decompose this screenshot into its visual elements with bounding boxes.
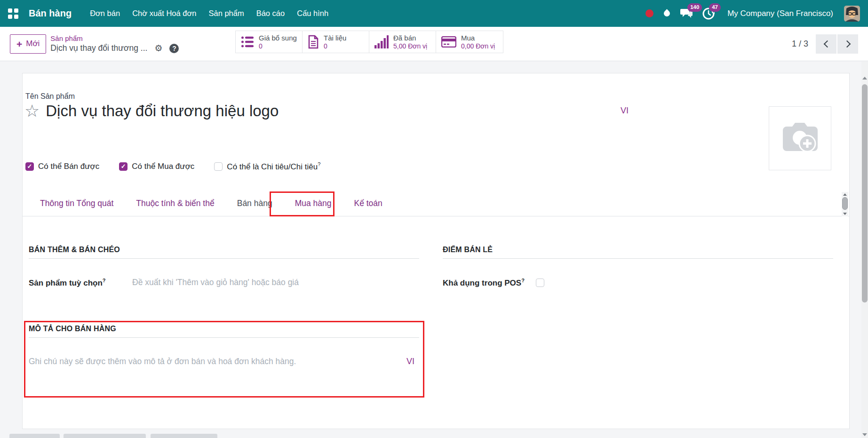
- document-icon: [308, 35, 319, 49]
- sales-description-input[interactable]: Ghi chú này sẽ được thêm vào mô tả ở đơn…: [29, 357, 296, 366]
- title-language-badge[interactable]: VI: [621, 106, 629, 116]
- scroll-thumb[interactable]: [862, 84, 868, 303]
- checkbox-can-be-expensed[interactable]: Có thể là Chi tiêu/Chi tiêu?: [214, 161, 320, 172]
- stat-button-group: Giá bổ sung 0 Tài liệu 0: [235, 31, 503, 53]
- tab-sales[interactable]: Bán hàng: [229, 191, 280, 216]
- tab-accounting[interactable]: Kế toán: [346, 191, 390, 216]
- chatter-button-stub[interactable]: [9, 434, 60, 438]
- sales-description-section: MÔ TẢ CHO BÁN HÀNG Ghi chú này sẽ được t…: [29, 325, 419, 366]
- droplet-icon[interactable]: [662, 9, 671, 17]
- stat-button-documents[interactable]: Tài liệu 0: [303, 31, 369, 53]
- description-section-title: MÔ TẢ CHO BÁN HÀNG: [29, 325, 419, 338]
- nav-item-configuration[interactable]: Cấu hình: [291, 0, 334, 27]
- list-icon: [241, 36, 254, 48]
- pager-prev-button[interactable]: [816, 34, 836, 54]
- nav-item-to-invoice[interactable]: Chờ xuất Hoá đơn: [126, 0, 202, 27]
- nav-item-sale-orders[interactable]: Đơn bán: [84, 0, 126, 27]
- optional-products-input[interactable]: Đề xuất khi 'Thêm vào giỏ hàng' hoặc báo…: [132, 278, 299, 287]
- available-in-pos-label: Khả dụng trong POS?: [443, 278, 525, 288]
- tab-general-information[interactable]: Thông tin Tổng quát: [32, 191, 121, 216]
- main-menu: Đơn bán Chờ xuất Hoá đơn Sản phẩm Báo cá…: [84, 0, 334, 27]
- plus-icon: +: [16, 39, 22, 49]
- chatter-button-stub[interactable]: [64, 434, 146, 438]
- product-name-input[interactable]: Dịch vụ thay đổi thương hiệu logo: [46, 102, 279, 120]
- top-navbar: Bán hàng Đơn bán Chờ xuất Hoá đơn Sản ph…: [0, 0, 868, 27]
- stat-button-extra-prices[interactable]: Giá bổ sung 0: [236, 31, 303, 53]
- camera-plus-icon: [781, 122, 820, 155]
- checkbox-can-be-sold[interactable]: ✓ Có thể Bán được: [25, 162, 99, 171]
- chevron-right-icon: [843, 40, 851, 48]
- scroll-down-arrow-icon[interactable]: [843, 213, 847, 215]
- recording-dot-icon: [645, 9, 653, 17]
- control-panel: + Mới Sản phẩm Dịch vụ thay đổi thương .…: [0, 27, 868, 61]
- app-title[interactable]: Bán hàng: [29, 8, 72, 19]
- activities-menu-button[interactable]: 47: [702, 7, 715, 20]
- breadcrumb-parent[interactable]: Sản phẩm: [50, 34, 179, 42]
- gear-icon[interactable]: ⚙: [154, 44, 162, 53]
- breadcrumb-current: Dịch vụ thay đổi thương ...: [50, 43, 147, 53]
- description-language-badge[interactable]: VI: [406, 357, 414, 366]
- scroll-up-arrow-icon[interactable]: [862, 77, 867, 80]
- form-view-area: Tên Sản phẩm ☆ Dịch vụ thay đổi thương h…: [0, 62, 868, 438]
- pager-next-button[interactable]: [837, 34, 858, 54]
- checkbox-checked-icon: ✓: [119, 162, 127, 171]
- scroll-thumb[interactable]: [842, 197, 848, 210]
- stat-button-purchased[interactable]: Mua 0,00 Đơn vị: [436, 31, 503, 53]
- scroll-down-arrow-icon[interactable]: [862, 433, 867, 436]
- chatter-button-stub[interactable]: [151, 434, 217, 438]
- chevron-left-icon: [823, 40, 831, 48]
- product-form-sheet: Tên Sản phẩm ☆ Dịch vụ thay đổi thương h…: [22, 73, 850, 429]
- pos-section-title: ĐIỂM BÁN LẺ: [443, 246, 833, 259]
- avatar[interactable]: [844, 6, 860, 22]
- apps-menu-icon[interactable]: [8, 8, 18, 19]
- messages-badge: 140: [687, 3, 702, 12]
- navbar-systray: 140 47 My Company (San Francisco): [645, 6, 860, 22]
- messages-menu-button[interactable]: 140: [680, 7, 693, 20]
- tab-purchase[interactable]: Mua hàng: [287, 191, 340, 216]
- page-scrollbar[interactable]: [861, 62, 868, 438]
- checkbox-checked-icon: ✓: [25, 162, 34, 171]
- new-button-label: Mới: [26, 39, 40, 48]
- pager-count: 1 / 3: [792, 39, 808, 49]
- pager: 1 / 3: [792, 34, 858, 54]
- activities-badge: 47: [709, 3, 721, 12]
- product-type-checkboxes: ✓ Có thể Bán được ✓ Có thể Mua được Có t…: [25, 161, 320, 172]
- checkbox-unchecked-icon: [214, 162, 223, 171]
- new-button[interactable]: + Mới: [10, 34, 46, 54]
- nav-item-reporting[interactable]: Báo cáo: [250, 0, 291, 27]
- available-in-pos-checkbox[interactable]: [536, 279, 544, 287]
- upsell-section-title: BÁN THÊM & BÁN CHÉO: [29, 246, 419, 259]
- avatar-image: [844, 6, 860, 22]
- favorite-star-icon[interactable]: ☆: [24, 103, 40, 119]
- credit-card-icon: [441, 36, 456, 48]
- company-switcher[interactable]: My Company (San Francisco): [727, 9, 833, 18]
- stat-button-sold[interactable]: Đã bán 5,00 Đơn vị: [369, 31, 436, 53]
- breadcrumb: Sản phẩm Dịch vụ thay đổi thương ... ⚙ ?: [50, 34, 179, 53]
- scroll-up-arrow-icon[interactable]: [843, 193, 847, 196]
- product-name-label: Tên Sản phẩm: [25, 92, 75, 101]
- product-image-placeholder[interactable]: [769, 106, 831, 170]
- notebook-tabs: Thông tin Tổng quát Thuộc tính & biến th…: [23, 191, 849, 216]
- sales-tab-pane: BÁN THÊM & BÁN CHÉO Sản phẩm tuỳ chọn? Đ…: [29, 216, 843, 366]
- tab-attributes-variants[interactable]: Thuộc tính & biến thể: [128, 191, 222, 216]
- help-icon[interactable]: ?: [169, 44, 179, 53]
- nav-item-products[interactable]: Sản phẩm: [202, 0, 250, 27]
- notebook-scrollbar[interactable]: [842, 192, 848, 216]
- checkbox-can-be-purchased[interactable]: ✓ Có thể Mua được: [119, 162, 194, 171]
- optional-products-label: Sản phẩm tuỳ chọn?: [29, 278, 132, 288]
- bar-chart-icon: [374, 35, 389, 48]
